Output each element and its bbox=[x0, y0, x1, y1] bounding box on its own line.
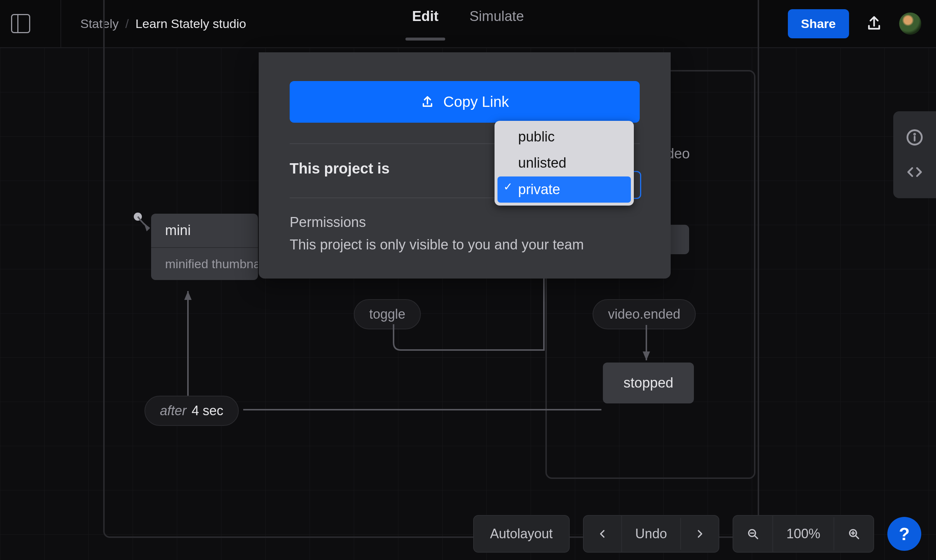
redo-button[interactable] bbox=[680, 518, 719, 550]
visibility-dropdown: public unlisted private bbox=[494, 121, 634, 206]
transition-video-ended[interactable]: video.ended bbox=[593, 299, 696, 329]
canvas[interactable]: mini minified thumbna toggle video.ended… bbox=[0, 48, 936, 560]
zoom-out-button[interactable] bbox=[733, 517, 772, 551]
zoom-out-icon bbox=[747, 528, 759, 540]
sidebar-toggle-button[interactable] bbox=[11, 14, 30, 33]
autolayout-button[interactable]: Autolayout bbox=[473, 515, 570, 552]
permissions-title: Permissions bbox=[289, 214, 640, 230]
after-value: 4 sec bbox=[192, 403, 223, 418]
divider bbox=[60, 0, 61, 48]
permissions-description: This project is only visible to you and … bbox=[289, 237, 640, 253]
zoom-level[interactable]: 100% bbox=[772, 516, 834, 552]
zoom-in-button[interactable] bbox=[834, 517, 873, 551]
chevron-left-icon bbox=[597, 528, 608, 539]
zoom-group: 100% bbox=[733, 515, 874, 552]
export-icon[interactable] bbox=[865, 15, 883, 32]
info-icon[interactable] bbox=[905, 128, 924, 147]
state-node-stopped[interactable]: stopped bbox=[603, 363, 694, 403]
state-title: mini bbox=[151, 214, 258, 248]
visibility-label: This project is bbox=[289, 160, 389, 177]
state-node-mini[interactable]: mini minified thumbna bbox=[151, 214, 258, 280]
initial-state-marker bbox=[134, 212, 142, 221]
zoom-in-icon bbox=[848, 528, 860, 540]
after-keyword: after bbox=[160, 403, 186, 418]
undo-button[interactable]: Undo bbox=[621, 516, 680, 552]
svg-line-13 bbox=[856, 536, 859, 538]
avatar[interactable] bbox=[899, 12, 921, 35]
transition-after[interactable]: after 4 sec bbox=[145, 396, 239, 426]
share-button[interactable]: Share bbox=[788, 9, 850, 38]
chevron-right-icon bbox=[694, 528, 705, 539]
copy-link-button[interactable]: Copy Link bbox=[289, 81, 640, 123]
help-button[interactable]: ? bbox=[887, 517, 921, 551]
side-toolbar bbox=[893, 111, 936, 198]
copy-link-label: Copy Link bbox=[443, 94, 509, 110]
visibility-option-private[interactable]: private bbox=[497, 177, 631, 203]
undo-redo-group: Undo bbox=[583, 515, 719, 552]
bottom-toolbar: Autolayout Undo 100% ? bbox=[0, 508, 936, 560]
visibility-option-unlisted[interactable]: unlisted bbox=[497, 150, 631, 176]
svg-line-10 bbox=[755, 536, 757, 538]
transition-toggle[interactable]: toggle bbox=[354, 299, 421, 329]
undo-prev-button[interactable] bbox=[584, 518, 621, 550]
visibility-option-public[interactable]: public bbox=[497, 124, 631, 150]
state-description: minified thumbna bbox=[151, 248, 258, 280]
upload-icon bbox=[420, 95, 434, 109]
svg-point-8 bbox=[914, 134, 915, 134]
code-icon[interactable] bbox=[905, 163, 924, 182]
